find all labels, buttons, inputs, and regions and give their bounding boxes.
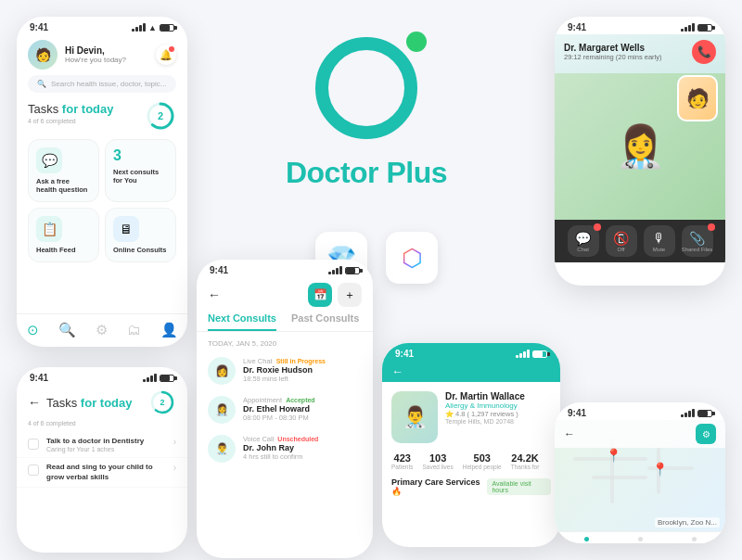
phone1-home: 9:41 ▲ 🧑 Hi Devin, How're you today? 🔔 🔍… [17, 17, 187, 347]
task-text-2: Read and sing to your child to grow verb… [46, 463, 166, 482]
logo-ring [306, 28, 427, 148]
calendar-icon-btn[interactable]: 📅 [308, 283, 332, 307]
status-bar-3: 9:41 [197, 260, 373, 277]
map-view[interactable]: 📍 📍 ← ⚙ Brooklyn, Zoo N... [555, 420, 725, 531]
phone5-video-call: 9:41 Dr. Margaret Wells 29:12 remaining … [555, 17, 725, 286]
consult-time-1: 18:59 mins left [243, 375, 362, 383]
battery-icon-6 [697, 410, 712, 417]
nav-dot-1 [584, 537, 589, 541]
chat-icon: 💬 [36, 147, 62, 173]
end-call-button[interactable]: 📞 [692, 40, 716, 64]
task-sub-1: Caring for Your 1 aches [46, 446, 166, 452]
quick-action-consults[interactable]: 3 Next consults for You [105, 139, 176, 202]
p4-header: ← [382, 361, 560, 382]
task-text-1: Talk to a doctor in Dentistry [46, 437, 166, 446]
call-status: 29:12 remaining (20 mins early) [564, 53, 661, 61]
video-area: Dr. Margaret Wells 29:12 remaining (20 m… [555, 34, 725, 220]
figma-icon: ⬡ [402, 244, 423, 273]
consult-type-3: Voice Call Unscheduled [243, 435, 362, 443]
teal-ring [315, 37, 417, 139]
chevron-icon-2: › [173, 463, 176, 473]
figma-icon-box: ⬡ [386, 232, 438, 284]
consult-item-2[interactable]: 👩‍⚕️ Appointment Accepted Dr. Ethel Howa… [197, 390, 373, 429]
consults-tabs: Next Consults Past Consults [197, 312, 373, 332]
consults-num: 3 [113, 147, 122, 164]
task-item-1[interactable]: Talk to a doctor in Dentistry Caring for… [17, 432, 187, 458]
nav-settings-icon[interactable]: ⚙ [96, 322, 108, 338]
chat-badge [594, 223, 601, 231]
tasks-section: Tasks for today 4 of 6 completed 2 [17, 100, 187, 132]
consult-item-1[interactable]: 👩 Live Chat Still in Progress Dr. Roxie … [197, 351, 373, 390]
services-row: Primary Care Services 🔥 Available visit … [382, 477, 560, 496]
mute-ctrl-label: Mute [653, 247, 665, 252]
status-icons-1: ▲ [132, 23, 174, 32]
signal-icon-6 [681, 409, 695, 417]
doctor-card: 👨‍⚕️ Dr. Martin Wallace Allergy & Immuno… [382, 382, 560, 452]
chat-control-btn[interactable]: 💬 Chat [568, 225, 599, 257]
phone3-consults: 9:41 ← 📅 ＋ Next Consults Past Consults T… [197, 260, 373, 558]
bottom-nav: ⊙ 🔍 ⚙ 🗂 👤 [17, 313, 187, 347]
tasks-title: Tasks for today [28, 102, 114, 116]
map-pin-2[interactable]: 📍 [652, 462, 668, 477]
phone6-map: 9:41 📍 📍 ← ⚙ Brooklyn, Zoo N... [555, 402, 725, 543]
consult-avatar-2: 👩‍⚕️ [208, 396, 236, 424]
consult-item-3[interactable]: 👨‍⚕️ Voice Call Unscheduled Dr. John Ray… [197, 429, 373, 468]
tab-past-consults[interactable]: Past Consults [291, 312, 359, 331]
map-pin-1[interactable]: 📍 [606, 448, 621, 463]
call-controls: 💬 Chat 📵 Off 🎙 Mute 📎 Shared Files [555, 220, 725, 262]
stat-patients: 423 Patients [391, 452, 414, 470]
call-doctor-name: Dr. Margaret Wells [564, 43, 661, 53]
doctor-stats: 423 Patients 103 Saved lives 503 Helped … [382, 452, 560, 477]
back-button-6[interactable]: ← [564, 427, 575, 440]
nav-records-icon[interactable]: 🗂 [127, 322, 141, 338]
consult-name-3: Dr. John Ray [243, 443, 362, 452]
quick-action-online[interactable]: 🖥 Online Consults [105, 208, 176, 262]
video-ctrl-icon: 📵 [613, 231, 629, 246]
nav-dot-3 [692, 537, 697, 541]
back-button-4[interactable]: ← [391, 364, 403, 378]
p3-header: ← 📅 ＋ [197, 277, 373, 312]
back-button-3[interactable]: ← [208, 287, 221, 302]
shared-files-btn[interactable]: 📎 Shared Files [682, 225, 713, 257]
consult-name-2: Dr. Ethel Howard [243, 404, 362, 414]
task-item-2[interactable]: Read and sing to your child to grow verb… [17, 458, 187, 488]
back-button-2[interactable]: ← [28, 395, 41, 410]
search-bar[interactable]: 🔍 Search health issue, doctor, topic... [28, 75, 176, 93]
tasks-count: 2 [158, 110, 163, 121]
availability-badge: Available visit hours [487, 478, 551, 495]
files-badge [708, 223, 715, 231]
phone2-tasks: 9:41 ← Tasks for today 2 4 of 6 complete… [17, 367, 187, 553]
nav-home-icon[interactable]: ⊙ [27, 322, 39, 338]
status-time-4: 9:41 [395, 349, 414, 359]
chat-label: Ask a free health question [36, 177, 91, 194]
status-bar-4: 9:41 [382, 343, 560, 361]
quick-action-feed[interactable]: 📋 Health Feed [28, 208, 99, 262]
feed-icon: 📋 [36, 216, 62, 242]
files-ctrl-label: Shared Files [682, 247, 713, 252]
phone4-doctor-profile: 9:41 ← 👨‍⚕️ Dr. Martin Wallace Allergy &… [382, 343, 560, 547]
consult-time-2: 08:00 PM - 08:30 PM [243, 414, 362, 422]
user-avatar: 🧑 [28, 40, 58, 70]
notification-bell[interactable]: 🔔 [156, 45, 176, 65]
greeting-text: Hi Devin, How're you today? [65, 45, 148, 64]
nav-profile-icon[interactable]: 👤 [160, 322, 178, 338]
task-checkbox-1[interactable] [28, 439, 39, 450]
video-off-btn[interactable]: 📵 Off [606, 225, 637, 257]
doctor-location: Temple Hills, MD 20748 [445, 418, 551, 425]
tasks-ring: 2 [145, 100, 176, 132]
doctor-avatar: 👨‍⚕️ [391, 391, 438, 443]
nav-search-icon[interactable]: 🔍 [58, 322, 76, 338]
greeting-sub: How're you today? [65, 56, 148, 64]
consult-name-1: Dr. Roxie Hudson [243, 365, 362, 375]
status-bar-1: 9:41 ▲ [17, 17, 187, 34]
filter-button[interactable]: ⚙ [696, 424, 716, 444]
nav-dot-2 [638, 537, 643, 541]
p2-header: ← Tasks for today 2 [17, 385, 187, 420]
task-checkbox-2[interactable] [28, 465, 39, 476]
add-consult-btn[interactable]: ＋ [338, 283, 362, 307]
mute-btn[interactable]: 🎙 Mute [644, 225, 675, 257]
chevron-icon-1: › [173, 437, 176, 447]
tab-next-consults[interactable]: Next Consults [208, 312, 276, 331]
quick-action-chat[interactable]: 💬 Ask a free health question [28, 139, 99, 202]
consults-date: TODAY, JAN 5, 2020 [197, 339, 373, 351]
